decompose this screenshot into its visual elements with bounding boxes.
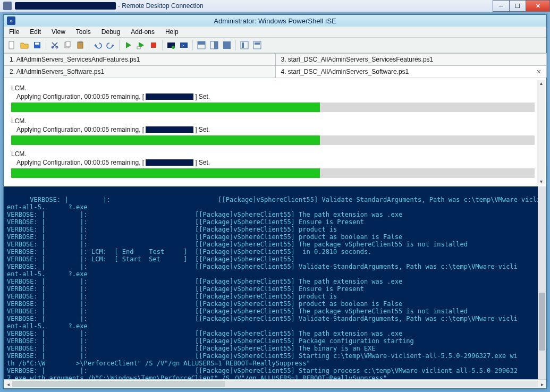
rdc-title-bar: - Remote Desktop Connection ─ ☐ ✕: [0, 0, 550, 12]
svg-rect-16: [198, 41, 205, 45]
scrollbar-thumb[interactable]: [539, 293, 545, 351]
start-powershell-icon[interactable]: >: [178, 39, 190, 51]
console-output: VERBOSE: | |: [[Package]vSphereClient55]…: [7, 196, 540, 379]
progress-status: Applying Configuration, 00:00:05 remaini…: [16, 93, 535, 100]
menu-debug[interactable]: Debug: [96, 27, 125, 37]
menu-bar: File Edit View Tools Debug Add-ons Help: [4, 27, 546, 38]
svg-rect-0: [9, 41, 14, 49]
scroll-right-icon[interactable]: ▸: [538, 380, 546, 388]
new-remote-tab-icon[interactable]: [165, 39, 177, 51]
progress-bar: [11, 168, 535, 178]
svg-rect-6: [66, 41, 70, 47]
rdc-title-text: - Remote Desktop Connection: [118, 2, 547, 10]
maximize-button[interactable]: ☐: [509, 0, 526, 12]
progress-status-prefix: Applying Configuration, 00:00:05 remaini…: [16, 93, 144, 100]
menu-tools[interactable]: Tools: [71, 27, 96, 37]
menu-addons[interactable]: Add-ons: [125, 27, 160, 37]
ise-title-text: Administrator: Windows PowerShell ISE: [4, 17, 546, 25]
svg-rect-8: [79, 41, 82, 43]
menu-view[interactable]: View: [46, 27, 71, 37]
show-command-window-icon[interactable]: [251, 39, 263, 51]
progress-fill: [11, 168, 320, 178]
progress-status-suffix: ] Set.: [195, 159, 210, 166]
progress-scrollbar[interactable]: ▴ ▾: [537, 80, 545, 184]
powershell-ise-window: » Administrator: Windows PowerShell ISE …: [3, 14, 547, 389]
cut-icon[interactable]: [49, 39, 61, 51]
tool-bar: >: [4, 38, 546, 53]
run-icon[interactable]: [122, 39, 134, 51]
menu-edit[interactable]: Edit: [24, 27, 46, 37]
tab-2[interactable]: 2. AllAdminServers_Software.ps1: [4, 65, 276, 78]
separator: [89, 40, 89, 50]
separator: [162, 40, 163, 50]
svg-rect-21: [242, 42, 244, 48]
paste-icon[interactable]: [74, 39, 86, 51]
progress-status-prefix: Applying Configuration, 00:00:05 remaini…: [16, 159, 144, 166]
redo-icon[interactable]: [105, 39, 116, 51]
horizontal-scrollbar[interactable]: ◂ ▸: [4, 379, 546, 388]
ise-title-bar: » Administrator: Windows PowerShell ISE: [4, 15, 546, 27]
show-script-pane-max-icon[interactable]: [221, 39, 233, 51]
progress-pane: LCM.Applying Configuration, 00:00:05 rem…: [4, 78, 546, 186]
scrollbar-thumb[interactable]: [12, 381, 225, 387]
copy-icon[interactable]: [62, 39, 73, 51]
stop-icon[interactable]: [148, 39, 159, 51]
progress-status-suffix: ] Set.: [195, 126, 210, 133]
svg-rect-2: [35, 42, 39, 45]
tab-4[interactable]: 4. start_DSC_AllAdminServers_Software.ps…: [275, 65, 547, 78]
progress-block: LCM.Applying Configuration, 00:00:05 rem…: [11, 150, 535, 178]
progress-status: Applying Configuration, 00:00:05 remaini…: [16, 126, 535, 133]
scroll-up-icon[interactable]: ▴: [540, 80, 543, 86]
progress-title: LCM.: [11, 84, 535, 92]
minimize-button[interactable]: ─: [493, 0, 510, 12]
rdc-hostname-redacted: [15, 2, 116, 10]
open-file-icon[interactable]: [19, 39, 30, 51]
progress-bar: [11, 103, 535, 112]
svg-rect-23: [255, 42, 260, 45]
script-tab-strip: 1. AllAdminServers_ServicesAndFeatures.p…: [4, 53, 546, 78]
separator: [192, 40, 193, 50]
progress-fill: [11, 135, 320, 145]
show-script-pane-right-icon[interactable]: [208, 39, 220, 51]
close-button[interactable]: ✕: [526, 0, 550, 12]
svg-text:>: >: [182, 43, 184, 48]
separator: [119, 40, 120, 50]
tab-label: 2. AllAdminServers_Software.ps1: [10, 68, 104, 75]
svg-rect-18: [214, 41, 218, 49]
run-selection-icon[interactable]: [135, 39, 147, 51]
progress-target-redacted: [146, 93, 193, 100]
save-icon[interactable]: [31, 39, 43, 51]
progress-bar: [11, 135, 535, 145]
tab-1[interactable]: 1. AllAdminServers_ServicesAndFeatures.p…: [4, 53, 276, 65]
menu-help[interactable]: Help: [160, 27, 184, 37]
separator: [235, 40, 236, 50]
progress-status: Applying Configuration, 00:00:05 remaini…: [16, 159, 535, 166]
tab-label: 3. start_DSC_AllAdminServers_ServicesFea…: [281, 56, 434, 63]
tab-label: 4. start_DSC_AllAdminServers_Software.ps…: [281, 68, 409, 75]
menu-file[interactable]: File: [4, 27, 24, 37]
progress-block: LCM.Applying Configuration, 00:00:05 rem…: [11, 84, 535, 112]
svg-point-12: [172, 46, 175, 49]
tab-label: 1. AllAdminServers_ServicesAndFeatures.p…: [10, 56, 140, 63]
window-controls: ─ ☐ ✕: [493, 0, 550, 12]
close-tab-icon[interactable]: ×: [537, 69, 541, 75]
tab-3[interactable]: 3. start_DSC_AllAdminServers_ServicesFea…: [275, 53, 547, 65]
show-script-pane-top-icon[interactable]: [196, 39, 207, 51]
show-command-addon-icon[interactable]: [239, 39, 250, 51]
progress-block: LCM.Applying Configuration, 00:00:05 rem…: [11, 117, 535, 145]
scroll-down-icon[interactable]: ▾: [540, 178, 543, 184]
undo-icon[interactable]: [92, 39, 104, 51]
console-pane[interactable]: VERBOSE: | |: [[Package]vSphereClient55]…: [4, 186, 546, 379]
progress-title: LCM.: [11, 117, 535, 125]
rdc-window: - Remote Desktop Connection ─ ☐ ✕ » Admi…: [0, 0, 550, 392]
svg-rect-9: [137, 47, 140, 49]
progress-status-suffix: ] Set.: [195, 93, 210, 100]
new-file-icon[interactable]: [6, 39, 18, 51]
rdc-sysmenu-icon[interactable]: [3, 2, 12, 10]
progress-target-redacted: [146, 159, 193, 166]
progress-status-prefix: Applying Configuration, 00:00:05 remaini…: [16, 126, 144, 133]
console-vertical-scrollbar[interactable]: [538, 186, 546, 379]
separator: [46, 40, 46, 50]
scroll-left-icon[interactable]: ◂: [4, 380, 12, 388]
progress-target-redacted: [146, 126, 193, 133]
